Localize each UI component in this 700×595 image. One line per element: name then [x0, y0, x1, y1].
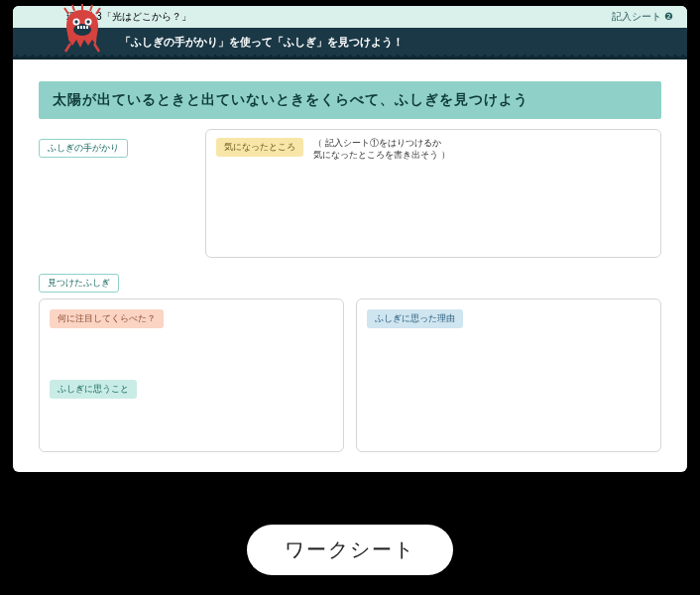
sheet-label-group: 記入シート ❷	[612, 10, 673, 24]
svg-rect-5	[77, 26, 79, 29]
found-section: 見つけたふしぎ 何に注目してくらべた？ ふしぎに思うこと ふしぎに思った理由	[39, 272, 661, 452]
subtitle-band: 「ふしぎの手がかり」を使って「ふしぎ」を見つけよう！	[13, 28, 687, 60]
noticed-hint-line1: 記入シート①をはりつけるか	[325, 138, 441, 148]
caption-text: ワークシート	[285, 538, 415, 560]
clues-section: ふしぎの手がかり 気になったところ 記入シート①をはりつけるか 気になったところ…	[39, 133, 661, 258]
compare-wonder-box[interactable]: 何に注目してくらべた？ ふしぎに思うこと	[39, 298, 344, 452]
subtitle-text: 「ふしぎの手がかり」を使って「ふしぎ」を見つけよう！	[120, 36, 404, 48]
header-strip: 理科小3「光はどこから？」 記入シート ❷	[13, 6, 687, 28]
compare-tag: 何に注目してくらべた？	[50, 309, 164, 328]
noticed-box[interactable]: 気になったところ 記入シート①をはりつけるか 気になったところを書き出そう	[205, 129, 661, 258]
svg-rect-6	[80, 26, 82, 29]
svg-point-3	[74, 20, 77, 23]
sheet-number-badge: ❷	[664, 11, 673, 22]
svg-rect-7	[83, 26, 85, 29]
monster-icon	[58, 6, 106, 54]
caption-pill: ワークシート	[247, 525, 453, 575]
svg-point-4	[86, 20, 89, 23]
noticed-hint: 記入シート①をはりつけるか 気になったところを書き出そう	[313, 138, 449, 162]
main-prompt-text: 太陽が出ているときと出ていないときをくらべて、ふしぎを見つけよう	[53, 91, 528, 107]
reason-tag: ふしぎに思った理由	[367, 309, 463, 328]
noticed-tag: 気になったところ	[216, 138, 303, 157]
found-section-label: 見つけたふしぎ	[39, 274, 119, 293]
sheet-label-text: 記入シート	[612, 11, 661, 22]
noticed-hint-line2: 気になったところを書き出そう	[313, 150, 438, 160]
svg-point-0	[73, 24, 91, 36]
svg-rect-8	[86, 26, 88, 29]
worksheet-sheet: 理科小3「光はどこから？」 記入シート ❷ 「ふしぎの手がかり」を使って「ふしぎ…	[13, 6, 687, 472]
main-prompt: 太陽が出ているときと出ていないときをくらべて、ふしぎを見つけよう	[39, 81, 661, 119]
clues-section-label: ふしぎの手がかり	[39, 139, 128, 158]
reason-box[interactable]: ふしぎに思った理由	[356, 298, 661, 452]
worksheet-content: 太陽が出ているときと出ていないときをくらべて、ふしぎを見つけよう ふしぎの手がか…	[13, 60, 687, 472]
wonder-tag: ふしぎに思うこと	[50, 380, 137, 399]
